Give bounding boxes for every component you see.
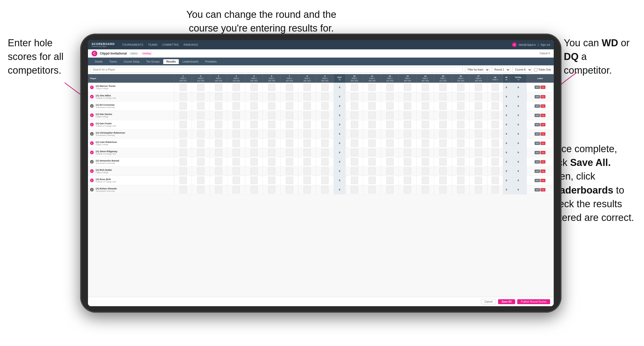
score-input-h5[interactable] — [250, 186, 258, 193]
score-cell-h9[interactable] — [316, 111, 334, 120]
score-cell-h9[interactable] — [316, 157, 334, 166]
score-input-h8[interactable] — [304, 121, 311, 128]
tab-leaderboards[interactable]: Leaderboards — [179, 59, 202, 64]
score-input-h8[interactable] — [304, 93, 311, 100]
score-input-h9[interactable] — [321, 177, 329, 184]
dq-button[interactable]: DQ — [541, 142, 545, 145]
totals-only-toggle[interactable]: Totals Only — [534, 67, 551, 73]
score-input-h15[interactable] — [439, 102, 447, 110]
score-input-h11[interactable] — [368, 158, 376, 165]
score-cell-h10[interactable] — [345, 83, 363, 92]
score-cell-h17[interactable] — [470, 166, 487, 176]
score-input-h4[interactable] — [233, 167, 240, 175]
score-cell-h16[interactable] — [452, 157, 470, 166]
score-input-h17[interactable] — [475, 93, 482, 100]
score-cell-h18[interactable] — [487, 176, 503, 185]
score-cell-h4[interactable] — [227, 139, 245, 148]
score-cell-h1[interactable] — [174, 148, 192, 157]
score-input-h5[interactable] — [250, 130, 258, 137]
score-input-h8[interactable] — [304, 167, 311, 175]
score-cell-h4[interactable] — [227, 185, 245, 194]
score-cell-h10[interactable] — [345, 148, 363, 157]
score-input-h5[interactable] — [250, 177, 258, 184]
wd-button[interactable]: WD — [535, 95, 540, 98]
dq-button[interactable]: DQ — [541, 188, 545, 191]
score-input-h4[interactable] — [233, 130, 240, 137]
score-input-h10[interactable] — [351, 102, 358, 110]
score-cell-h13[interactable] — [399, 83, 417, 92]
score-cell-h6[interactable] — [263, 139, 281, 148]
score-input-h1[interactable] — [180, 130, 187, 137]
score-input-h7[interactable] — [286, 93, 293, 100]
score-cell-h18[interactable] — [487, 139, 503, 148]
score-cell-h2[interactable] — [192, 111, 210, 120]
nav-tournaments[interactable]: TOURNAMENTS — [122, 43, 143, 46]
score-cell-h7[interactable] — [280, 111, 298, 120]
score-input-h7[interactable] — [286, 102, 293, 110]
score-input-h2[interactable] — [197, 167, 204, 175]
score-cell-h3[interactable] — [210, 176, 227, 185]
score-input-h1[interactable] — [180, 167, 187, 175]
score-cell-h17[interactable] — [470, 111, 487, 120]
score-input-h5[interactable] — [250, 93, 258, 100]
score-input-h6[interactable] — [268, 84, 275, 91]
score-input-h6[interactable] — [268, 158, 275, 165]
score-input-h2[interactable] — [197, 130, 204, 137]
score-input-h16[interactable] — [457, 177, 464, 184]
score-cell-h1[interactable] — [174, 92, 192, 101]
score-cell-h10[interactable] — [345, 176, 363, 185]
score-cell-h10[interactable] — [345, 111, 363, 120]
score-cell-h2[interactable] — [192, 101, 210, 111]
score-input-h10[interactable] — [351, 158, 358, 165]
score-input-h15[interactable] — [439, 112, 447, 119]
course-select[interactable]: Course A Course B — [512, 67, 532, 73]
score-cell-h1[interactable] — [174, 101, 192, 111]
score-cell-h6[interactable] — [263, 120, 281, 129]
dq-button[interactable]: DQ — [541, 151, 545, 154]
score-cell-h15[interactable] — [434, 101, 452, 111]
score-input-h8[interactable] — [304, 102, 311, 110]
score-input-h13[interactable] — [404, 140, 411, 147]
score-cell-h5[interactable] — [245, 92, 263, 101]
score-input-h15[interactable] — [439, 177, 447, 184]
score-cell-h4[interactable] — [227, 92, 245, 101]
score-input-h12[interactable] — [386, 93, 394, 100]
score-cell-h12[interactable] — [381, 157, 399, 166]
score-input-h4[interactable] — [233, 112, 240, 119]
score-cell-h2[interactable] — [192, 176, 210, 185]
score-cell-h1[interactable] — [174, 129, 192, 139]
score-cell-h3[interactable] — [210, 111, 227, 120]
score-input-h3[interactable] — [215, 93, 222, 100]
score-cell-h16[interactable] — [452, 92, 470, 101]
score-input-h13[interactable] — [404, 93, 411, 100]
score-cell-h6[interactable] — [263, 101, 281, 111]
score-input-h9[interactable] — [321, 84, 329, 91]
score-input-h14[interactable] — [422, 140, 429, 147]
score-cell-h3[interactable] — [210, 185, 227, 194]
score-cell-h14[interactable] — [416, 185, 434, 194]
dq-button[interactable]: DQ — [541, 114, 545, 117]
score-input-h7[interactable] — [286, 112, 293, 119]
score-input-h15[interactable] — [439, 121, 447, 128]
score-input-h14[interactable] — [422, 93, 429, 100]
score-cell-h6[interactable] — [263, 157, 281, 166]
score-input-h15[interactable] — [439, 84, 447, 91]
score-cell-h2[interactable] — [192, 148, 210, 157]
score-input-h7[interactable] — [286, 158, 293, 165]
wd-button[interactable]: WD — [535, 179, 540, 182]
score-input-h4[interactable] — [233, 121, 240, 128]
save-all-button[interactable]: Save All — [498, 299, 515, 304]
score-input-h14[interactable] — [422, 186, 429, 193]
score-input-h10[interactable] — [351, 167, 358, 175]
score-cell-h13[interactable] — [399, 92, 417, 101]
score-input-h5[interactable] — [250, 121, 258, 128]
score-cell-h4[interactable] — [227, 157, 245, 166]
score-cell-h9[interactable] — [316, 120, 334, 129]
score-input-h1[interactable] — [180, 121, 187, 128]
score-cell-h4[interactable] — [227, 101, 245, 111]
score-cell-h10[interactable] — [345, 139, 363, 148]
score-cell-h5[interactable] — [245, 83, 263, 92]
score-cell-h15[interactable] — [434, 185, 452, 194]
score-input-h2[interactable] — [197, 84, 204, 91]
nav-teams[interactable]: TEAMS — [148, 43, 158, 46]
